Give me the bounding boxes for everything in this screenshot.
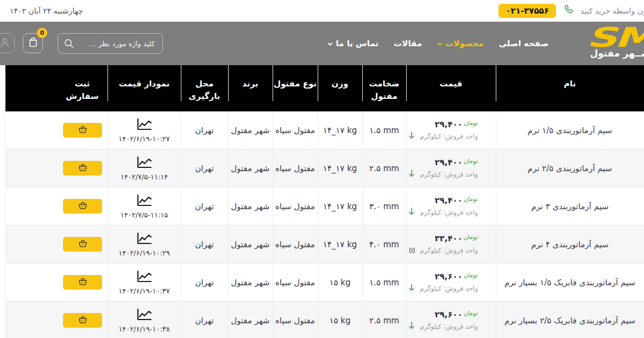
product-name[interactable]: سیم آرماتوربندی فابریک ۱/۵ بسیار نرم [496,264,644,301]
trend-indicator [408,170,415,179]
price-line: ۲۹,۶۰۰ تومان [434,310,478,320]
main-header: SM شــهر مفتول صفحه اصلی محصولات مقالات … [0,22,644,65]
cart-button[interactable]: 0 [23,33,43,53]
th-weight: وزن [318,65,362,111]
price-line: ۲۹,۴۰۰ تومان [434,120,478,129]
price-line: ۲۹,۴۰۰ تومان [434,196,478,205]
weight-value: ۱۴_۱۷ kg [318,226,362,263]
thickness-value: ۱.۵ mm [362,264,406,301]
table-row: سیم آرماتوربندی ۲/۵ نرم ۲۹,۴۰۰ تومان واح… [5,149,644,187]
nav-item-contact[interactable]: تماس با ما [327,39,378,48]
chevron-down-icon [327,39,333,48]
phone-badge[interactable]: ۰۲۱-۳۷۵۵۶ [498,4,555,18]
phone-icon [563,4,574,17]
price-chart-cell[interactable]: ۱۴۰۲/۷/۵-۱۱:۱۵ [108,187,181,225]
user-icon [0,36,11,51]
order-cell [5,302,108,338]
sale-unit-line: واحد فروش: کیلوگرم [408,322,478,331]
order-button[interactable] [63,275,102,290]
trend-down-icon [408,208,415,217]
product-table: نام قیمت ضخامت مفتول وزن نوع مفتول برند … [5,65,644,338]
price-cell: ۳۳,۴۰۰ تومان واحد فروش: کیلوگرم [406,226,496,263]
logo[interactable]: SM شــهر مفتول [572,24,644,59]
order-button[interactable] [63,123,102,137]
price-line: ۲۹,۶۰۰ تومان [434,272,478,281]
sale-unit-text: واحد فروش: کیلوگرم [420,209,478,216]
thickness-value: ۲.۵ mm [362,149,406,187]
logo-sm-text: SM [586,24,644,51]
cart-badge: 0 [37,28,47,38]
price-cell: ۲۹,۶۰۰ تومان واحد فروش: کیلوگرم [406,302,496,338]
nav-item-products[interactable]: محصولات [437,39,484,48]
order-cell [5,187,108,225]
brand-value: شهر مفتول [228,187,273,225]
product-name[interactable]: سیم آرماتوربندی ۴ نرم [496,226,644,263]
weight-value: ۱۵ kg [318,264,362,301]
price-value: ۲۹,۴۰۰ [434,158,462,167]
price-chart-date: ۱۴۰۲/۶/۱۹-۱۰:۳۷ [118,287,170,295]
price-chart-cell[interactable]: ۱۴۰۲/۷/۵-۱۱:۱۴ [108,149,181,187]
sale-unit-line: واحد فروش: کیلوگرم [408,284,478,293]
sale-unit-line: واحد فروش: کیلوگرم [408,170,478,179]
price-value: ۲۹,۶۰۰ [434,310,462,320]
price-value: ۳۳,۴۰۰ [434,234,462,243]
price-cell: ۲۹,۴۰۰ تومان واحد فروش: کیلوگرم [406,111,496,149]
nav-item-label: صفحه اصلی [499,39,548,48]
price-chart-icon [136,193,153,209]
order-button[interactable] [63,161,102,176]
wire-type-value: مفتول سیاه [273,226,318,263]
wire-type-value: مفتول سیاه [273,111,318,149]
price-unit-label: تومان [464,310,478,317]
trend-indicator [408,208,415,217]
basket-icon [78,164,87,173]
product-name[interactable]: سیم آرماتوربندی ۱/۵ نرم [496,111,644,149]
product-name[interactable]: سیم آرماتوربندی ۲/۵ نرم [496,149,644,187]
weight-value: ۱۴_۱۷ kg [318,111,362,149]
location-value: تهران [181,111,228,149]
sale-unit-line: واحد فروش: کیلوگرم [408,132,478,141]
th-wire-type: نوع مفتول [273,65,318,111]
order-button[interactable] [63,199,102,214]
brand-value: شهر مفتول [228,264,273,301]
price-cell: ۲۹,۶۰۰ تومان واحد فروش: کیلوگرم [406,264,496,301]
weight-value: ۱۴_۱۷ kg [318,187,362,225]
th-order: ثبت سفارش [5,65,108,111]
nav-item-home[interactable]: صفحه اصلی [499,39,548,48]
table-row: سیم آرماتوربندی ۳ نرم ۲۹,۴۰۰ تومان واحد … [5,187,644,226]
table-row: سیم آرماتوربندی ۱/۵ نرم ۲۹,۴۰۰ تومان واح… [5,111,644,149]
location-value: تهران [181,226,228,263]
location-value: تهران [181,302,228,338]
price-chart-icon [136,270,153,285]
price-chart-cell[interactable]: ۱۴۰۲/۶/۱۹-۱۰:۲۷ [108,111,181,149]
price-line: ۲۹,۴۰۰ تومان [434,158,478,167]
wire-type-value: مفتول سیاه [273,149,318,187]
th-brand: برند [228,65,273,111]
product-name[interactable]: سیم آرماتوربندی فابریک ۲/۵ بسیار نرم [496,302,644,338]
trend-indicator [409,246,415,255]
trend-down-icon [408,284,415,293]
basket-icon [78,240,87,249]
price-chart-icon [136,231,153,247]
order-cell [5,264,108,301]
user-account-button[interactable] [0,33,15,53]
order-button[interactable] [63,237,102,252]
table-row: سیم آرماتوربندی فابریک ۱/۵ بسیار نرم ۲۹,… [5,264,644,302]
order-button[interactable] [63,313,102,328]
search-wrap [58,33,163,54]
table-row: سیم آرماتوربندی ۴ نرم ۳۳,۴۰۰ تومان واحد … [5,226,644,264]
price-value: ۲۹,۴۰۰ [434,196,462,205]
price-chart-date: ۱۴۰۲/۶/۱۹-۱۰:۳۸ [118,325,170,333]
product-name[interactable]: سیم آرماتوربندی ۳ نرم [496,187,644,225]
price-chart-cell[interactable]: ۱۴۰۲/۶/۱۹-۱۰:۳۸ [108,302,181,338]
th-thickness: ضخامت مفتول [362,65,406,111]
price-chart-cell[interactable]: ۱۴۰۲/۶/۱۹-۱۰:۲۹ [108,226,181,263]
basket-icon [78,202,87,211]
thickness-value: ۳.۰ mm [362,187,406,225]
trend-indicator [408,322,415,331]
price-value: ۲۹,۴۰۰ [434,120,462,129]
price-chart-cell[interactable]: ۱۴۰۲/۶/۱۹-۱۰:۳۷ [108,264,181,301]
sale-unit-text: واحد فروش: کیلوگرم [420,171,478,178]
price-line: ۳۳,۴۰۰ تومان [434,234,478,243]
brand-value: شهر مفتول [228,226,273,263]
nav-item-articles[interactable]: مقالات [394,39,422,48]
